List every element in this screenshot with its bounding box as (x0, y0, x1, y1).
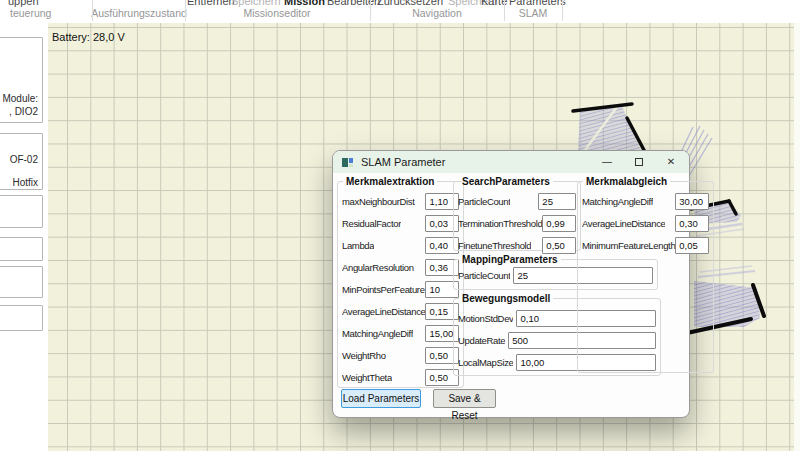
group-merkmalabgleich: Merkmalabgleich MatchingAngleDiff Averag… (577, 176, 714, 373)
param-label: maxNeighbourDist (342, 196, 415, 207)
ribbon-separator (185, 0, 186, 21)
param-label: FinetuneThreshold (458, 240, 531, 251)
param-label: WeightRho (342, 350, 386, 361)
input-finetunethreshold[interactable] (542, 237, 576, 254)
input-abgleich-matchinganglediff[interactable] (675, 193, 709, 210)
input-terminationthreshold[interactable] (542, 215, 576, 232)
module-label: Module: (2, 92, 38, 105)
ribbon-separator (370, 0, 371, 21)
ribbon-separator (562, 0, 563, 21)
ribbon-group-steuerung: teuerung (10, 7, 51, 19)
version-label: OF-02 (10, 148, 38, 171)
param-label: LocalMapSize (458, 357, 513, 368)
sidebar-panel (0, 237, 43, 261)
ribbon-toolbar: uppen Entfernen Speichern Mission Bearbe… (0, 0, 800, 23)
group-title: SearchParameters (459, 176, 553, 187)
save-reset-button[interactable]: Save & Reset (433, 389, 496, 408)
ribbon-group-ausfuehrungszustand: Ausführungszustand (91, 7, 187, 19)
param-label: MotionStdDev (458, 313, 513, 324)
param-label: AngularResolution (342, 262, 414, 273)
sidebar-panel (0, 305, 43, 331)
param-label: UpdateRate (458, 335, 505, 346)
param-label: TerminationThreshold (458, 218, 542, 229)
minimize-icon[interactable]: — (601, 151, 613, 174)
param-label: MatchingAngleDiff (342, 328, 413, 339)
param-label: ParticleCount (458, 270, 510, 281)
ribbon-button-bearbeiten[interactable]: Bearbeiten (327, 0, 380, 8)
ribbon-separator (92, 0, 93, 21)
maximize-icon[interactable] (633, 151, 645, 174)
sidebar-panel-modules: Module: , DIO2 (0, 37, 43, 123)
param-label: WeightTheta (342, 372, 392, 383)
input-abgleich-averagelinedistance[interactable] (675, 215, 709, 232)
sidebar-panel-version: OF-02 Hotfix (0, 133, 43, 190)
group-title: Merkmalextraktion (343, 176, 437, 187)
param-label: ResidualFactor (342, 218, 401, 229)
dialog-title: SLAM Parameter (361, 156, 445, 168)
input-search-particlecount[interactable] (538, 193, 576, 210)
left-sidebar: Module: , DIO2 OF-02 Hotfix (0, 23, 48, 451)
slam-parameter-dialog: SLAM Parameter — ✕ Merkmalextraktion max… (332, 150, 690, 418)
param-label: AverageLineDistance (342, 306, 425, 317)
ribbon-button-entfernen[interactable]: Entfernen (187, 0, 235, 8)
close-icon[interactable]: ✕ (665, 151, 677, 174)
map-right-margin (794, 23, 800, 451)
ribbon-group-navigation: Navigation (412, 7, 462, 19)
group-title: Merkmalabgleich (583, 176, 670, 187)
param-label: ParticleCount (458, 196, 510, 207)
input-minimumfeaturelength[interactable] (675, 237, 709, 254)
hotfix-label: Hotfix (10, 171, 38, 194)
group-merkmalextraktion: Merkmalextraktion maxNeighbourDist Resid… (337, 176, 464, 388)
group-title: Bewegungsmodell (459, 293, 553, 304)
dialog-titlebar[interactable]: SLAM Parameter — ✕ (333, 151, 689, 173)
param-label: Lambda (342, 240, 374, 251)
param-label: AverageLineDistance (582, 218, 665, 229)
module-value: , DIO2 (2, 105, 38, 118)
param-label: MatchingAngleDiff (582, 196, 653, 207)
sidebar-panel (0, 195, 43, 228)
ribbon-separator (504, 0, 505, 21)
app-window-icon (342, 157, 353, 168)
param-label: MinimumFeatureLength (582, 240, 675, 251)
load-parameters-button[interactable]: Load Parameters (341, 389, 421, 408)
app-window: uppen Entfernen Speichern Mission Bearbe… (0, 0, 800, 451)
sidebar-panel (0, 266, 43, 298)
param-label: MinPointsPerFeature (342, 284, 425, 295)
ribbon-group-slam: SLAM (519, 7, 548, 19)
ribbon-group-missionseditor: Missionseditor (243, 7, 310, 19)
group-searchparameters: SearchParameters ParticleCount Terminati… (453, 176, 581, 251)
group-title: MappingParameters (459, 254, 561, 265)
